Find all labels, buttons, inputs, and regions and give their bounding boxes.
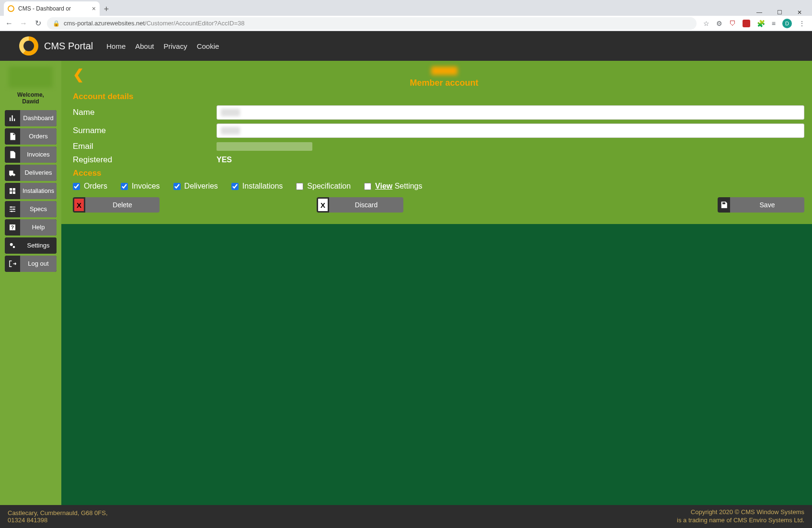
sidebar-item-label: Invoices — [20, 146, 57, 163]
window-maximize-icon[interactable]: ☐ — [774, 9, 785, 16]
svg-text:?: ? — [11, 225, 14, 230]
back-button[interactable]: ← — [4, 18, 14, 29]
checkbox-view-settings-label: View Settings — [375, 182, 422, 191]
truck-icon — [5, 165, 20, 181]
value-registered: YES — [217, 156, 232, 164]
welcome-text: Welcome, Dawid — [5, 91, 57, 105]
body-wrap: Welcome, Dawid Dashboard Orders Invoices… — [0, 61, 812, 505]
checkbox-specification-input[interactable] — [296, 183, 303, 190]
grid-icon — [5, 183, 20, 199]
tab-close-icon[interactable]: × — [92, 5, 96, 12]
sidebar-item-orders[interactable]: Orders — [5, 128, 57, 145]
section-account-details: Account details — [73, 92, 804, 101]
sidebar-item-installations[interactable]: Installations — [5, 183, 57, 199]
delete-x-icon: X — [73, 197, 85, 213]
nav-link-about[interactable]: About — [135, 42, 154, 50]
top-nav: Home About Privacy Cookie — [106, 42, 219, 50]
checkbox-installations[interactable]: Installations — [231, 182, 283, 191]
pdf-extension-icon[interactable] — [743, 20, 750, 27]
sidebar-item-label: Settings — [20, 237, 57, 254]
window-minimize-icon[interactable]: — — [754, 9, 765, 16]
panel-heading-redacted — [431, 67, 457, 75]
checkbox-specification-label: Specification — [307, 182, 351, 191]
discard-button[interactable]: Discard — [329, 197, 403, 213]
discard-x-icon: X — [317, 197, 329, 213]
save-button[interactable]: Save — [730, 197, 804, 213]
sidebar-item-deliveries[interactable]: Deliveries — [5, 165, 57, 181]
checkbox-view-settings[interactable]: View Settings — [364, 182, 422, 191]
extensions-puzzle-icon[interactable]: 🧩 — [757, 20, 765, 27]
profile-avatar[interactable]: D — [782, 19, 792, 28]
checkbox-invoices-input[interactable] — [121, 183, 128, 190]
logout-icon — [5, 256, 20, 272]
delete-button[interactable]: Delete — [85, 197, 160, 213]
sidebar-item-settings[interactable]: Settings — [5, 237, 57, 254]
nav-link-home[interactable]: Home — [106, 42, 126, 50]
new-tab-button[interactable]: + — [100, 2, 113, 16]
sidebar-item-specs[interactable]: Specs — [5, 201, 57, 217]
checkbox-orders-input[interactable] — [73, 183, 80, 190]
input-surname[interactable] — [217, 124, 804, 138]
tab-favicon — [8, 5, 14, 12]
document-icon — [5, 128, 20, 145]
checkbox-orders[interactable]: Orders — [73, 182, 107, 191]
sliders-icon — [5, 201, 20, 217]
action-buttons: X Delete X Discard Save — [73, 197, 804, 213]
sidebar-item-label: Dashboard — [20, 110, 57, 126]
svg-point-5 — [10, 243, 13, 246]
brand: CMS Portal — [19, 36, 93, 56]
chart-bar-icon — [5, 110, 20, 126]
sidebar-item-label: Deliveries — [20, 165, 57, 181]
welcome-line2: Dawid — [22, 98, 39, 105]
access-checkbox-row: Orders Invoices Deliveries Installations — [73, 182, 804, 191]
row-name: Name — [73, 105, 804, 120]
label-registered: Registered — [73, 155, 217, 165]
input-name[interactable] — [217, 105, 804, 120]
sidebar-item-label: Help — [20, 219, 57, 236]
footer-address: Castlecary, Cumbernauld, G68 0FS, 01324 … — [8, 509, 108, 524]
row-email: Email — [73, 142, 804, 151]
tab-strip: CMS - Dashboard or × + — ☐ ✕ — [0, 0, 812, 16]
delete-button-group: X Delete — [73, 197, 160, 213]
label-email: Email — [73, 142, 217, 151]
forward-button[interactable]: → — [18, 18, 29, 29]
address-bar: ← → ↻ 🔒 cms-portal.azurewebsites.net/Cus… — [0, 16, 812, 31]
checkbox-installations-input[interactable] — [231, 183, 239, 190]
redacted-value — [221, 109, 240, 116]
label-name: Name — [73, 108, 217, 117]
browser-chrome: CMS - Dashboard or × + — ☐ ✕ ← → ↻ 🔒 cms… — [0, 0, 812, 31]
nav-link-privacy[interactable]: Privacy — [163, 42, 187, 50]
footer-copyright-line2: is a trading name of CMS Enviro Systems … — [677, 517, 804, 525]
sidebar-item-label: Specs — [20, 201, 57, 217]
nav-link-cookie[interactable]: Cookie — [197, 42, 219, 50]
browser-tab[interactable]: CMS - Dashboard or × — [4, 1, 100, 16]
content-area: ❮ Member account Account details Name Su… — [61, 61, 812, 505]
checkbox-deliveries[interactable]: Deliveries — [173, 182, 218, 191]
checkbox-invoices[interactable]: Invoices — [121, 182, 160, 191]
sidebar-item-logout[interactable]: Log out — [5, 256, 57, 272]
reading-list-icon[interactable]: ≡ — [772, 20, 776, 27]
extension-icon[interactable]: ⚙ — [716, 20, 722, 27]
adblock-shield-icon[interactable]: ⛉ — [729, 20, 736, 27]
window-close-icon[interactable]: ✕ — [794, 9, 805, 16]
kebab-menu-icon[interactable]: ⋮ — [799, 20, 805, 27]
reload-button[interactable]: ↻ — [33, 18, 43, 29]
sidebar-item-help[interactable]: ? Help — [5, 219, 57, 236]
row-surname: Surname — [73, 124, 804, 138]
svg-point-1 — [13, 208, 15, 210]
back-chevron-icon[interactable]: ❮ — [73, 67, 84, 82]
sidebar-item-invoices[interactable]: Invoices — [5, 146, 57, 163]
lock-icon: 🔒 — [53, 20, 60, 27]
footer-copyright: Copyright 2020 © CMS Window Systems is a… — [677, 508, 804, 525]
tab-title: CMS - Dashboard or — [18, 5, 71, 12]
url-field[interactable]: 🔒 cms-portal.azurewebsites.net/Customer/… — [47, 17, 697, 30]
section-access: Access — [73, 169, 804, 178]
window-controls: — ☐ ✕ — [754, 6, 812, 16]
checkbox-installations-label: Installations — [242, 182, 283, 191]
sidebar-item-label: Log out — [20, 256, 57, 272]
checkbox-view-settings-input[interactable] — [364, 183, 371, 190]
checkbox-deliveries-input[interactable] — [173, 183, 181, 190]
checkbox-specification[interactable]: Specification — [296, 182, 351, 191]
bookmark-star-icon[interactable]: ☆ — [703, 20, 709, 27]
sidebar-item-dashboard[interactable]: Dashboard — [5, 110, 57, 126]
